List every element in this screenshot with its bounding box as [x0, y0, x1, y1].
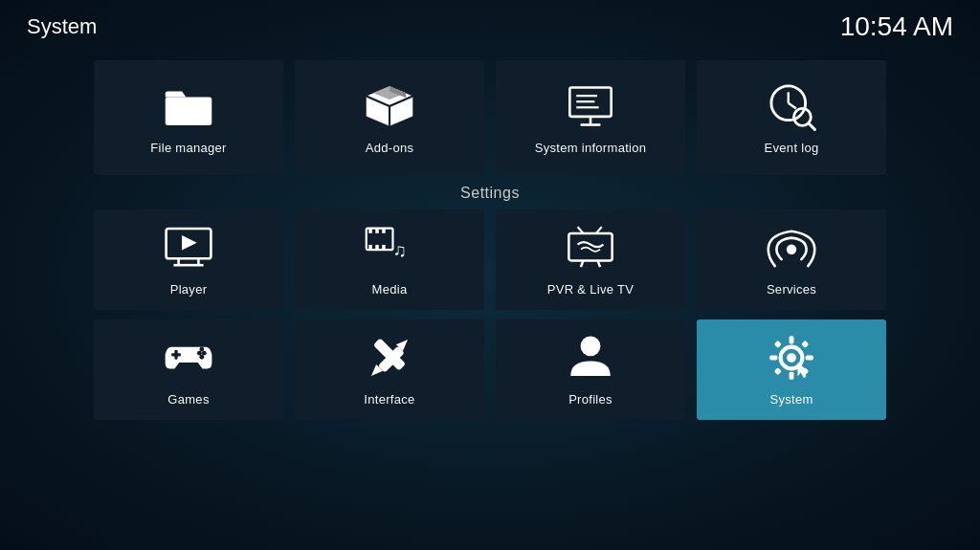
- tile-services-label: Services: [767, 282, 816, 297]
- box-icon: [365, 81, 414, 131]
- projector-icon: [566, 81, 615, 131]
- svg-rect-29: [568, 233, 612, 261]
- tile-services[interactable]: Services: [697, 209, 886, 310]
- svg-point-45: [581, 336, 601, 356]
- svg-rect-0: [166, 97, 212, 124]
- tile-file-manager[interactable]: File manager: [94, 60, 283, 175]
- svg-rect-23: [375, 229, 378, 233]
- tile-system[interactable]: System: [697, 319, 886, 420]
- svg-rect-36: [174, 350, 177, 360]
- svg-text:♫: ♫: [392, 240, 406, 260]
- system-icon: [767, 333, 816, 383]
- player-icon: [164, 223, 213, 273]
- svg-rect-49: [769, 356, 777, 361]
- svg-rect-24: [382, 229, 385, 233]
- svg-line-15: [809, 122, 815, 129]
- tile-interface[interactable]: Interface: [295, 319, 484, 420]
- settings-bot-row: Games Interface: [19, 319, 961, 420]
- tile-add-ons-label: Add-ons: [366, 141, 414, 155]
- svg-rect-47: [790, 336, 794, 343]
- svg-rect-48: [790, 372, 794, 380]
- tile-pvr-live-tv-label: PVR & Live TV: [547, 282, 634, 297]
- page-title: System: [27, 14, 97, 39]
- svg-point-40: [199, 355, 204, 360]
- svg-line-13: [789, 102, 796, 108]
- tile-file-manager-label: File manager: [150, 141, 226, 155]
- tile-player[interactable]: Player: [94, 209, 283, 310]
- tile-event-log-label: Event log: [765, 141, 819, 155]
- services-icon: [767, 223, 816, 273]
- tile-system-information-label: System information: [535, 141, 647, 155]
- tile-pvr-live-tv[interactable]: PVR & Live TV: [496, 209, 685, 310]
- gamepad-icon: [164, 333, 213, 383]
- settings-mid-row: Player ♫ Media: [19, 209, 961, 310]
- svg-marker-20: [182, 235, 197, 251]
- svg-point-38: [202, 351, 207, 356]
- svg-point-39: [199, 347, 204, 352]
- svg-marker-55: [798, 363, 809, 378]
- tile-player-label: Player: [170, 282, 208, 297]
- tile-system-label: System: [769, 392, 813, 407]
- svg-rect-52: [801, 341, 809, 348]
- tile-profiles[interactable]: Profiles: [496, 319, 685, 420]
- svg-point-46: [787, 353, 796, 363]
- top-row: File manager Add-ons: [19, 60, 961, 175]
- tile-system-information[interactable]: System information: [496, 60, 685, 175]
- media-icon: ♫: [365, 223, 414, 273]
- tile-interface-label: Interface: [364, 392, 414, 407]
- tile-media-label: Media: [372, 282, 408, 297]
- tile-games[interactable]: Games: [94, 319, 283, 420]
- svg-rect-51: [774, 341, 782, 348]
- tv-icon: [566, 223, 615, 273]
- clock-search-icon: [767, 81, 816, 131]
- tile-add-ons[interactable]: Add-ons: [295, 60, 484, 175]
- svg-point-37: [197, 351, 202, 356]
- folder-icon: [164, 81, 213, 131]
- svg-rect-50: [806, 356, 813, 361]
- svg-rect-22: [368, 229, 371, 233]
- svg-rect-25: [368, 245, 371, 250]
- svg-rect-53: [774, 367, 782, 375]
- svg-point-34: [787, 245, 796, 254]
- svg-rect-27: [382, 245, 385, 250]
- tile-media[interactable]: ♫ Media: [295, 209, 484, 310]
- tile-event-log[interactable]: Event log: [697, 60, 886, 175]
- svg-rect-26: [375, 245, 378, 250]
- settings-section-label: Settings: [19, 185, 961, 202]
- tile-games-label: Games: [167, 392, 209, 407]
- tile-profiles-label: Profiles: [568, 392, 612, 407]
- clock: 10:54 AM: [840, 11, 953, 42]
- interface-icon: [365, 333, 414, 383]
- profiles-icon: [566, 333, 615, 383]
